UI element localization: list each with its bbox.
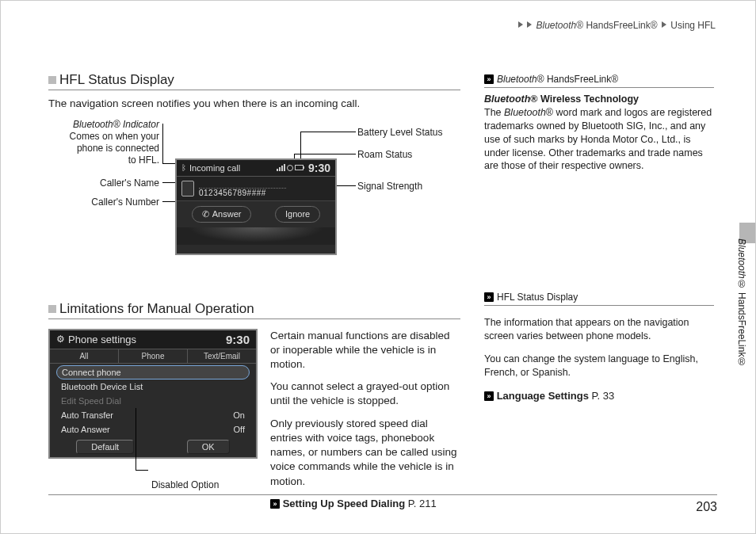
sidebar-heading-2: HFL Status Display xyxy=(484,290,714,306)
bluetooth-icon: ᛒ xyxy=(181,163,186,172)
screenshot-incoming-call: ᛒ Incoming call 9:30 0123456789#### xyxy=(175,158,337,255)
phone-device-icon xyxy=(181,181,194,196)
menu-auto-transfer[interactable]: Auto TransferOn xyxy=(56,408,250,422)
menu-connect-phone[interactable]: Connect phone xyxy=(56,365,250,380)
callout-caller-number: Caller's Number xyxy=(76,196,159,208)
cross-ref-language: Language Settings P. 33 xyxy=(484,389,714,403)
clock: 9:30 xyxy=(308,162,330,174)
callout-roam: Roam Status xyxy=(357,149,412,161)
battery-icon xyxy=(295,165,304,170)
screenshot-phone-settings: ⚙ Phone settings 9:30 All Phone Text/Ema… xyxy=(48,329,258,459)
answer-button[interactable]: ✆ Answer xyxy=(192,206,252,223)
ref-icon xyxy=(270,499,280,509)
chevron-right-icon xyxy=(527,21,532,28)
caller-number-field: 0123456789#### xyxy=(199,189,286,197)
menu-bluetooth-device-list[interactable]: Bluetooth Device List xyxy=(56,380,250,394)
menu-edit-speed-dial: Edit Speed Dial xyxy=(56,394,250,408)
square-bullet-icon xyxy=(48,305,56,313)
section-heading-limitations: Limitations for Manual Operation xyxy=(48,301,460,319)
default-button[interactable]: Default xyxy=(76,440,134,454)
side-tab-label: Bluetooth® HandsFreeLink® xyxy=(736,238,747,368)
chevron-right-icon xyxy=(518,21,523,28)
callout-signal: Signal Strength xyxy=(357,181,422,193)
sidebar-heading-1: Bluetooth® HandsFreeLink® xyxy=(484,72,714,88)
ref-icon xyxy=(484,292,494,302)
diagram-hfl-status: Bluetooth® Indicator Comes on when your … xyxy=(48,119,460,277)
sidebar: Bluetooth® HandsFreeLink® Bluetooth® Wir… xyxy=(484,72,714,418)
chevron-right-icon xyxy=(662,21,666,28)
menu-auto-answer[interactable]: Auto AnswerOff xyxy=(56,422,250,437)
caller-name-field xyxy=(199,180,286,189)
section2-body: Certain manual functions are disabled or… xyxy=(270,329,460,511)
callout-bt-indicator: Bluetooth® Indicator Comes on when your … xyxy=(56,119,159,166)
tabs-row: All Phone Text/Email xyxy=(50,349,256,364)
tab-phone[interactable]: Phone xyxy=(118,349,188,363)
section1-intro: The navigation screen notifies you when … xyxy=(48,97,460,111)
decorative-dial xyxy=(177,227,335,245)
callout-disabled-option: Disabled Option xyxy=(151,479,219,490)
ignore-button[interactable]: Ignore xyxy=(275,206,320,223)
tab-text-email[interactable]: Text/Email xyxy=(188,349,256,363)
clock: 9:30 xyxy=(226,333,250,346)
ref-icon xyxy=(484,74,494,84)
breadcrumb-seg2: Using HFL xyxy=(670,20,716,31)
tab-all[interactable]: All xyxy=(50,349,118,363)
square-bullet-icon xyxy=(48,76,56,84)
cross-ref-speed-dial: Setting Up Speed Dialing P. 211 xyxy=(270,497,460,511)
callout-battery: Battery Level Status xyxy=(357,127,442,139)
section-heading-hfl-status: HFL Status Display xyxy=(48,72,460,90)
roam-icon xyxy=(287,165,293,171)
signal-bars-icon xyxy=(277,164,285,171)
footer-rule xyxy=(48,494,717,495)
gear-icon: ⚙ xyxy=(56,334,65,345)
breadcrumb: Bluetooth® HandsFreeLink® Using HFL xyxy=(518,20,717,31)
callout-caller-name: Caller's Name xyxy=(88,177,159,189)
screen-title: Incoming call xyxy=(189,163,240,173)
page-number: 203 xyxy=(696,500,717,514)
breadcrumb-seg1: Bluetooth xyxy=(536,20,577,31)
sidebar-body-2: The information that appears on the navi… xyxy=(484,316,714,403)
screen-title: Phone settings xyxy=(68,334,136,345)
ok-button[interactable]: OK xyxy=(187,440,230,454)
sidebar-body-1: Bluetooth® Wireless Technology The Bluet… xyxy=(484,93,714,173)
ref-icon xyxy=(484,391,494,401)
phone-answer-icon: ✆ xyxy=(202,209,209,219)
